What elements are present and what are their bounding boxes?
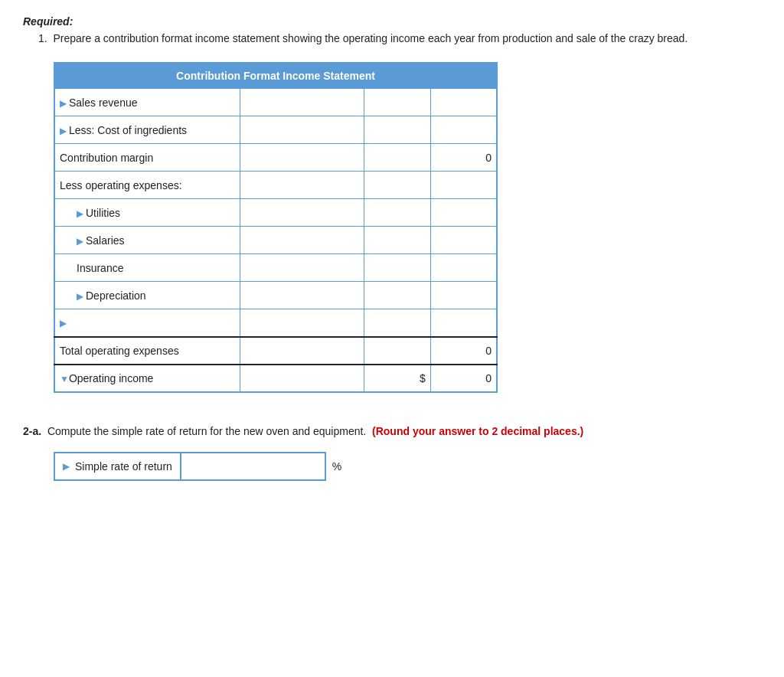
row-arrow-icon: ▶	[60, 126, 67, 136]
simple-rate-input-cell[interactable]	[181, 452, 326, 481]
section2-label-part: 2-a.	[23, 425, 41, 437]
table-row-col1[interactable]	[240, 227, 364, 254]
row-label-text: Sales revenue	[69, 96, 138, 109]
table-row-col3: 0	[430, 144, 497, 172]
simple-rate-label: Simple rate of return	[75, 460, 172, 473]
row-label-text: Total operating expenses	[60, 345, 179, 357]
table-row-col1[interactable]	[240, 172, 364, 199]
table-row-label: ▶Depreciation	[54, 282, 240, 309]
row-label-text: Depreciation	[86, 289, 146, 302]
table-title: Contribution Format Income Statement	[54, 63, 497, 89]
table-row-col3	[430, 227, 497, 254]
row-arrow-icon: ▶	[77, 208, 83, 219]
table-row-col2	[364, 89, 431, 116]
table-row-label: Less operating expenses:	[54, 172, 240, 199]
row-input-col1[interactable]	[245, 288, 359, 303]
table-row-label: Contribution margin	[54, 144, 240, 172]
table-row-col1[interactable]	[240, 254, 364, 282]
table-row-col1[interactable]	[240, 365, 364, 392]
table-row-col1[interactable]	[240, 309, 364, 337]
table-row-col1[interactable]	[240, 89, 364, 116]
row-label-text: Less: Cost of ingredients	[69, 124, 187, 136]
section2-main-text: Compute the simple rate of return for th…	[47, 425, 366, 437]
row-arrow-icon: ▶	[60, 98, 67, 109]
table-row-col2	[364, 309, 431, 337]
table-row-col3	[430, 172, 497, 199]
table-row-col2: $	[364, 365, 431, 392]
row-input-col1[interactable]	[245, 205, 359, 221]
row-label-text: Salaries	[86, 234, 125, 247]
row-input-col1[interactable]	[245, 233, 359, 248]
row-label-text: Less operating expenses:	[60, 179, 182, 191]
row-input-col1[interactable]	[245, 123, 359, 138]
row-input-col1[interactable]	[245, 260, 359, 276]
table-row-col2	[364, 282, 431, 309]
simple-rate-input[interactable]	[181, 453, 325, 479]
table-row-label: ▶Utilities	[54, 199, 240, 227]
simple-rate-row: ▶ Simple rate of return %	[54, 452, 761, 481]
table-row-col2	[364, 227, 431, 254]
percent-label: %	[332, 460, 341, 473]
row-input-col1[interactable]	[245, 150, 359, 165]
row-arrow-icon: ▶	[60, 318, 67, 329]
question-1-number: 1.	[38, 32, 47, 44]
table-row-col2	[364, 337, 431, 365]
table-row-col2	[364, 116, 431, 144]
table-row-col1[interactable]	[240, 282, 364, 309]
table-row-col2	[364, 144, 431, 172]
row-input-col1[interactable]	[245, 343, 359, 358]
question-1-body: Prepare a contribution format income sta…	[53, 32, 688, 44]
table-row-label: ▶	[54, 309, 240, 337]
row-arrow-down-icon: ▼	[60, 374, 69, 384]
row-input-col1[interactable]	[245, 95, 359, 110]
table-row-label: ▶Salaries	[54, 227, 240, 254]
section2-container: 2-a. Compute the simple rate of return f…	[23, 424, 761, 481]
table-row-col2	[364, 254, 431, 282]
row-label-text: Insurance	[77, 262, 123, 274]
table-row-col3	[430, 89, 497, 116]
row-input-col1[interactable]	[245, 315, 359, 330]
row-arrow-icon: ▶	[77, 236, 83, 247]
table-row-col2	[364, 172, 431, 199]
table-row-col1[interactable]	[240, 116, 364, 144]
simple-rate-arrow: ▶	[63, 461, 70, 472]
table-row-col3	[430, 309, 497, 337]
income-statement-container: Contribution Format Income Statement ▶Sa…	[54, 62, 498, 393]
income-statement-table: Contribution Format Income Statement ▶Sa…	[54, 62, 498, 393]
table-row-col1[interactable]	[240, 144, 364, 172]
table-row-label: ▼Operating income	[54, 365, 240, 392]
table-row-col3	[430, 199, 497, 227]
table-row-col2	[364, 199, 431, 227]
table-row-col3: 0	[430, 337, 497, 365]
table-row-col1[interactable]	[240, 337, 364, 365]
section2-red-text: (Round your answer to 2 decimal places.)	[372, 425, 583, 437]
row-input-col1[interactable]	[245, 371, 359, 386]
row-arrow-icon: ▶	[77, 291, 83, 302]
row-input-col1[interactable]	[245, 178, 359, 193]
row-label-text: Operating income	[69, 372, 154, 384]
table-row-col1[interactable]	[240, 199, 364, 227]
table-row-col3: 0	[430, 365, 497, 392]
table-row-label: ▶Sales revenue	[54, 89, 240, 116]
table-row-col3	[430, 282, 497, 309]
table-row-label: Insurance	[54, 254, 240, 282]
row-label-text: Utilities	[86, 207, 120, 219]
section2-text: 2-a. Compute the simple rate of return f…	[23, 424, 761, 440]
question-1-text: 1. Prepare a contribution format income …	[38, 31, 761, 47]
table-row-col3	[430, 254, 497, 282]
required-label: Required:	[23, 15, 761, 28]
simple-rate-label-cell: ▶ Simple rate of return	[54, 452, 181, 481]
table-row-label: ▶Less: Cost of ingredients	[54, 116, 240, 144]
table-row-col3	[430, 116, 497, 144]
table-row-label: Total operating expenses	[54, 337, 240, 365]
row-label-text: Contribution margin	[60, 152, 153, 164]
